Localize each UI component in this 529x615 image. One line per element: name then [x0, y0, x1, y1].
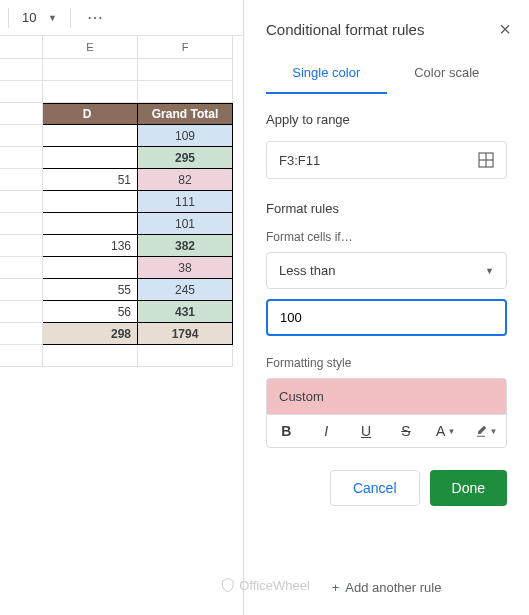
- cell[interactable]: [43, 125, 138, 147]
- cell[interactable]: 109: [138, 125, 233, 147]
- plus-icon: +: [332, 580, 340, 595]
- format-toolbar: B I U S A▼ ▼: [266, 414, 507, 448]
- strike-button[interactable]: S: [386, 415, 426, 447]
- cell[interactable]: [43, 213, 138, 235]
- table-row: 55245: [0, 279, 233, 301]
- italic-button[interactable]: I: [307, 415, 347, 447]
- close-icon[interactable]: ×: [499, 18, 511, 41]
- table-row: 56431: [0, 301, 233, 323]
- cell[interactable]: 101: [138, 213, 233, 235]
- style-preview[interactable]: Custom: [266, 378, 507, 414]
- cell[interactable]: 295: [138, 147, 233, 169]
- table-row: 38: [0, 257, 233, 279]
- font-size-value: 10: [22, 10, 42, 25]
- bold-button[interactable]: B: [267, 415, 307, 447]
- cell[interactable]: 245: [138, 279, 233, 301]
- table-row: 101: [0, 213, 233, 235]
- table-row: 109: [0, 125, 233, 147]
- conditional-format-panel: Conditional format rules × Single color …: [243, 0, 529, 615]
- blank-row: [0, 345, 233, 367]
- apply-range-label: Apply to range: [266, 112, 507, 127]
- panel-title: Conditional format rules: [266, 21, 424, 38]
- table-row: 295: [0, 147, 233, 169]
- tab-single-color[interactable]: Single color: [266, 55, 387, 94]
- column-header-f[interactable]: F: [138, 36, 233, 58]
- chevron-down-icon: ▼: [490, 427, 498, 436]
- range-value: F3:F11: [279, 153, 320, 168]
- underline-button[interactable]: U: [347, 415, 387, 447]
- toolbar-separator: [70, 8, 71, 28]
- blank-row: [0, 59, 233, 81]
- add-rule-button[interactable]: +Add another rule: [244, 568, 529, 607]
- condition-select[interactable]: Less than ▼: [266, 252, 507, 289]
- cell[interactable]: 136: [43, 235, 138, 257]
- toolbar-separator: [8, 8, 9, 28]
- done-button[interactable]: Done: [430, 470, 507, 506]
- cell[interactable]: 82: [138, 169, 233, 191]
- column-headers: E F: [0, 36, 233, 59]
- grid-select-icon[interactable]: [478, 152, 494, 168]
- cell[interactable]: 1794: [138, 323, 233, 345]
- formatting-style-label: Formatting style: [266, 356, 507, 370]
- threshold-input[interactable]: [266, 299, 507, 336]
- cell[interactable]: 431: [138, 301, 233, 323]
- cell[interactable]: 382: [138, 235, 233, 257]
- font-size-selector[interactable]: 10 ▼: [17, 7, 62, 28]
- format-rules-label: Format rules: [266, 201, 507, 216]
- cell[interactable]: 298: [43, 323, 138, 345]
- header-grand-total[interactable]: Grand Total: [138, 103, 233, 125]
- tab-color-scale[interactable]: Color scale: [387, 55, 508, 94]
- fill-color-button[interactable]: ▼: [466, 415, 506, 447]
- spreadsheet[interactable]: E F D Grand Total 1092955182111101136382…: [0, 36, 233, 367]
- cancel-button[interactable]: Cancel: [330, 470, 420, 506]
- text-color-button[interactable]: A▼: [426, 415, 466, 447]
- table-row: 2981794: [0, 323, 233, 345]
- cell[interactable]: [43, 147, 138, 169]
- cell[interactable]: 111: [138, 191, 233, 213]
- header-d[interactable]: D: [43, 103, 138, 125]
- more-icon[interactable]: ⋯: [79, 4, 112, 31]
- blank-row: [0, 81, 233, 103]
- range-input[interactable]: F3:F11: [266, 141, 507, 179]
- chevron-down-icon: ▼: [48, 13, 57, 23]
- cell[interactable]: [43, 191, 138, 213]
- table-row: 136382: [0, 235, 233, 257]
- tabs: Single color Color scale: [244, 55, 529, 94]
- cell[interactable]: [43, 257, 138, 279]
- cell[interactable]: 38: [138, 257, 233, 279]
- condition-value: Less than: [279, 263, 335, 278]
- chevron-down-icon: ▼: [485, 266, 494, 276]
- column-header-e[interactable]: E: [43, 36, 138, 58]
- chevron-down-icon: ▼: [447, 427, 455, 436]
- header-row: D Grand Total: [0, 103, 233, 125]
- cell[interactable]: 51: [43, 169, 138, 191]
- cell[interactable]: 56: [43, 301, 138, 323]
- cell[interactable]: 55: [43, 279, 138, 301]
- format-cells-if-label: Format cells if…: [266, 230, 507, 244]
- table-row: 5182: [0, 169, 233, 191]
- table-row: 111: [0, 191, 233, 213]
